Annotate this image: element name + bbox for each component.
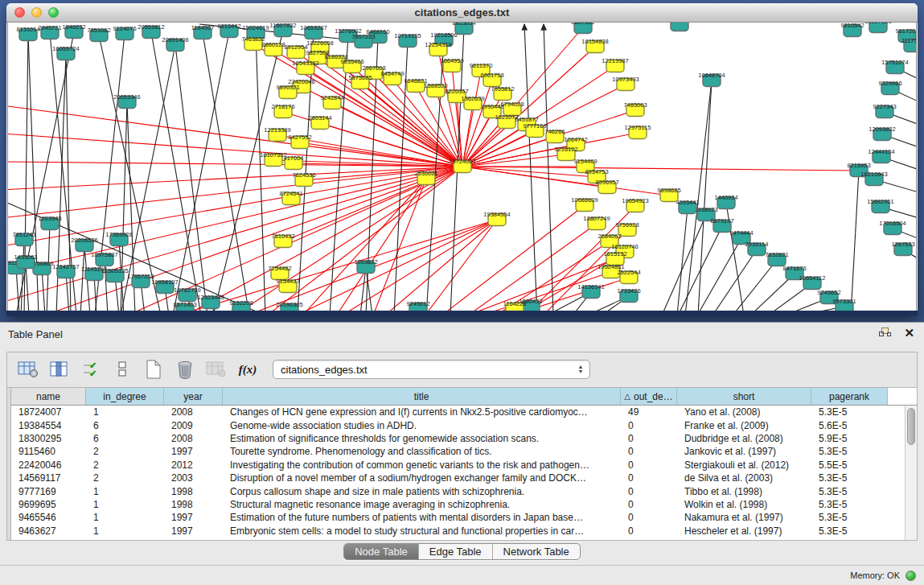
column-header-in_degree[interactable]: in_degree [86, 388, 164, 405]
table-cell[interactable]: 2012 [164, 459, 223, 471]
graph-node[interactable] [671, 23, 688, 31]
citation-edge[interactable] [256, 33, 265, 311]
citation-edge[interactable] [697, 238, 741, 311]
citation-edge[interactable] [175, 45, 207, 311]
tab-node-table[interactable]: Node Table [344, 544, 419, 559]
row-height-icon[interactable] [111, 359, 133, 380]
table-cell[interactable]: 5.3E-5 [811, 525, 888, 537]
column-header-name[interactable]: name [11, 388, 86, 405]
table-cell[interactable]: 0 [621, 420, 677, 431]
table-cell[interactable]: 18724007 [11, 406, 86, 418]
table-select-dropdown[interactable]: citations_edges.txt ▲▼ [273, 360, 590, 379]
table-cell[interactable]: 49 [621, 406, 677, 418]
table-cell[interactable]: 5.9E-5 [811, 433, 888, 444]
table-cell[interactable]: Tourette syndrome. Phenomenology and cla… [223, 446, 621, 457]
scrollbar-thumb[interactable] [907, 408, 915, 445]
vertical-scrollbar[interactable] [905, 406, 917, 540]
table-cell[interactable]: 1997 [164, 512, 223, 523]
column-header-pagerank[interactable]: pagerank [811, 388, 888, 405]
citation-edge[interactable] [173, 31, 229, 311]
table-cell[interactable]: 18300295 [11, 433, 86, 444]
network-canvas[interactable]: 8131014204572116402327851062160557249124… [7, 23, 917, 311]
citation-edge-red[interactable] [8, 167, 462, 193]
table-cell[interactable]: de Silva et al. (2003) [677, 472, 811, 484]
citation-edge[interactable] [698, 80, 712, 311]
table-cell[interactable]: 1 [86, 499, 164, 510]
table-cell[interactable]: 19384554 [11, 420, 86, 431]
table-cell[interactable]: 9465546 [11, 512, 86, 523]
table-cell[interactable]: Dudbridge et al. (2008) [677, 433, 811, 444]
table-cell[interactable]: 5.6E-5 [811, 420, 888, 431]
table-cell[interactable]: 0 [621, 472, 677, 484]
table-cell[interactable]: 1 [86, 512, 164, 523]
table-cell[interactable]: 0 [621, 512, 677, 523]
table-cell[interactable]: 5.3E-5 [811, 512, 888, 523]
create-column-icon[interactable] [17, 359, 39, 380]
table-cell[interactable]: Tibbo et al. (1998) [677, 486, 811, 497]
table-row[interactable]: 1872400712008Changes of HCN gene express… [11, 406, 917, 418]
tab-network-table[interactable]: Network Table [493, 544, 580, 559]
table-cell[interactable]: 9777169 [11, 486, 86, 497]
table-cell[interactable]: 1998 [164, 499, 223, 510]
table-row[interactable]: 946554611997Estimation of the future num… [11, 511, 917, 524]
table-cell[interactable]: Changes of HCN gene expression and I(f) … [223, 406, 621, 418]
table-cell[interactable]: 2 [86, 446, 164, 457]
table-cell[interactable]: 1 [86, 525, 164, 537]
table-cell[interactable]: 1 [86, 486, 164, 497]
table-cell[interactable]: 2008 [164, 433, 223, 444]
table-row[interactable]: 1456911722003Disruption of a novel membe… [11, 472, 917, 484]
citation-edge[interactable] [851, 171, 859, 311]
citation-edge-red[interactable] [402, 220, 497, 311]
table-row[interactable]: 1938455462009Genome-wide association stu… [11, 418, 917, 431]
table-cell[interactable]: 9699695 [11, 499, 86, 510]
table-cell[interactable]: 6 [86, 433, 164, 444]
table-cell[interactable]: 0 [621, 486, 677, 497]
citation-edge-red[interactable] [462, 167, 669, 196]
table-cell[interactable]: Stergiakouli et al. (2012) [677, 459, 811, 471]
table-cell[interactable]: 1997 [164, 446, 223, 457]
table-cell[interactable]: 1997 [164, 525, 223, 537]
memory-ok-indicator[interactable] [906, 571, 916, 581]
table-cell[interactable]: 5.3E-5 [811, 446, 888, 457]
table-cell[interactable]: Estimation of significance thresholds fo… [223, 433, 621, 444]
table-cell[interactable]: 2 [86, 472, 164, 484]
table-cell[interactable]: Hescheler et al. (1997) [677, 525, 811, 537]
citation-edge-red[interactable] [8, 167, 462, 225]
table-cell[interactable]: 2009 [164, 420, 223, 431]
citation-edge[interactable] [26, 262, 29, 311]
citation-edge-red[interactable] [462, 167, 859, 171]
table-cell[interactable]: 1 [86, 406, 164, 418]
table-cell[interactable]: 2 [86, 459, 164, 471]
table-cell[interactable]: 22420046 [11, 459, 86, 471]
table-cell[interactable]: 5.3E-5 [811, 406, 888, 418]
table-cell[interactable]: 9463627 [11, 525, 86, 537]
close-panel-icon[interactable]: ✕ [904, 328, 914, 338]
table-row[interactable]: 2242004622012Investigating the contribut… [11, 459, 917, 472]
window-titlebar[interactable]: citations_edges.txt [6, 3, 918, 23]
citation-edge-red[interactable] [362, 179, 426, 311]
table-cell[interactable]: 5.3E-5 [811, 499, 888, 510]
table-cell[interactable]: 0 [621, 499, 677, 510]
table-cell[interactable]: 6 [86, 420, 164, 431]
table-cell[interactable]: 0 [621, 525, 677, 537]
table-cell[interactable]: 0 [621, 446, 677, 457]
citation-edge-red[interactable] [209, 220, 497, 311]
column-header-out_de[interactable]: △out_de… [621, 388, 677, 405]
table-cell[interactable]: 1998 [164, 486, 223, 497]
table-cell[interactable]: Embryonic stem cells: a model to study s… [223, 525, 621, 537]
column-header-year[interactable]: year [164, 388, 223, 405]
table-row[interactable]: 969969511998Structural magnetic resonanc… [11, 498, 917, 511]
table-cell[interactable]: 14569117 [11, 472, 86, 484]
citation-edge[interactable] [203, 33, 249, 311]
table-cell[interactable]: Wolkin et al. (1998) [677, 499, 811, 510]
citation-edge-red[interactable] [8, 129, 462, 167]
table-cell[interactable]: 9115460 [11, 446, 86, 457]
column-header-short[interactable]: short [677, 388, 811, 405]
table-cell[interactable]: Nakamura et al. (1997) [677, 512, 811, 523]
table-cell[interactable]: Structural magnetic resonance image aver… [223, 499, 621, 510]
table-cell[interactable]: 2003 [164, 472, 223, 484]
table-cell[interactable]: Corpus callosum shape and size in male p… [223, 486, 621, 497]
table-cell[interactable]: 0 [621, 433, 677, 444]
float-panel-icon[interactable] [879, 328, 891, 338]
citation-edge[interactable] [685, 80, 712, 311]
